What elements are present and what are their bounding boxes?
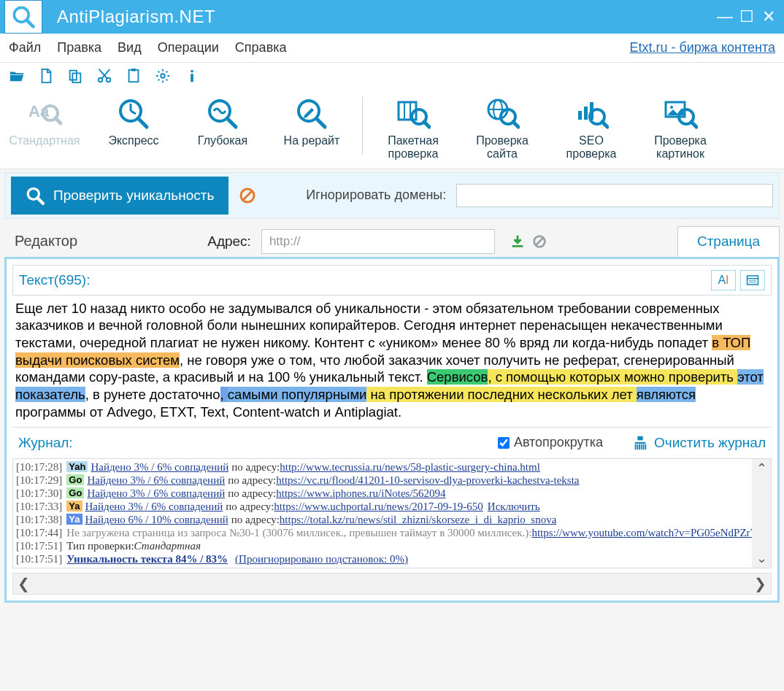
menu-edit[interactable]: Правка	[57, 40, 101, 55]
scroll-down-icon[interactable]: ⌄	[756, 549, 767, 568]
svg-line-11	[55, 118, 61, 123]
clear-journal-button[interactable]: Очистить журнал	[632, 435, 766, 451]
journal-header: Журнал: Автопрокрутка Очистить журнал	[12, 427, 772, 458]
find-link[interactable]: Найдено 3% / 6% совпадений	[87, 474, 225, 487]
text-view-icon[interactable]	[740, 270, 765, 290]
svg-line-14	[131, 111, 136, 114]
journal-row: [10:17:28]YahНайдено 3% / 6% совпадений …	[16, 461, 768, 474]
mode-images[interactable]: Проверка картинок	[636, 96, 725, 161]
mode-standard[interactable]: Aa Стандартная	[0, 96, 89, 147]
text-cursor-icon[interactable]: AI	[711, 270, 736, 290]
horizontal-scrollbar[interactable]: ❮ ❯	[12, 573, 772, 595]
mode-deep-label: Глубокая	[198, 134, 247, 147]
source-url[interactable]: https://www.youtube.com/watch?v=PG05eNdP…	[531, 527, 758, 539]
app-title: AntiPlagiarism.NET	[57, 7, 215, 27]
mode-images-sub: картинок	[656, 147, 704, 161]
journal-scrollbar[interactable]: ⌃ ⌄	[752, 459, 771, 568]
mode-seo[interactable]: SEO проверка	[547, 96, 636, 161]
copy-doc-icon[interactable]	[67, 68, 83, 84]
cut-icon[interactable]	[96, 68, 112, 84]
journal-row: [10:17:44] Не загружена страница из запр…	[16, 527, 768, 539]
menu-file[interactable]: Файл	[9, 40, 41, 55]
open-icon[interactable]	[9, 68, 25, 84]
etxt-link[interactable]: Etxt.ru - биржа контента	[629, 40, 775, 55]
autoscroll-toggle[interactable]: Автопрокрутка	[498, 435, 603, 450]
uniqueness-result[interactable]: Уникальность текста 84% / 83%	[66, 553, 228, 565]
source-url[interactable]: http://www.tecrussia.ru/news/58-plastic-…	[280, 461, 540, 474]
info-icon[interactable]	[184, 68, 200, 84]
mode-deep[interactable]: Глубокая	[178, 96, 267, 147]
find-link[interactable]: Найдено 3% / 6% совпадений	[87, 487, 225, 500]
find-link[interactable]: Найдено 6% / 10% совпадений	[85, 514, 228, 526]
mode-batch[interactable]: Пакетная проверка	[369, 96, 458, 161]
menu-operations[interactable]: Операции	[158, 40, 219, 55]
find-link[interactable]: Найдено 3% / 6% совпадений	[91, 461, 228, 474]
svg-line-40	[37, 198, 43, 204]
text-body[interactable]: Еще лет 10 назад никто особо не задумыва…	[12, 296, 772, 427]
svg-rect-46	[748, 276, 758, 285]
autoscroll-checkbox[interactable]	[498, 437, 510, 449]
mode-standard-label: Стандартная	[9, 134, 80, 147]
toolbar	[0, 63, 784, 89]
svg-line-34	[602, 122, 607, 127]
source-url[interactable]: https://total.kz/ru/news/stil_zhizni/sko…	[280, 514, 557, 526]
svg-line-24	[424, 122, 429, 127]
source-tag: Go	[66, 487, 84, 498]
svg-point-7	[191, 70, 193, 73]
address-label: Адрес:	[207, 233, 251, 250]
mode-site-label: Проверка	[476, 134, 529, 147]
svg-point-6	[161, 74, 165, 78]
text-count-label: Текст(695):	[19, 272, 90, 288]
scroll-up-icon[interactable]: ⌃	[756, 459, 767, 478]
mode-site-sub: сайта	[487, 147, 518, 161]
modes-bar: Aa Стандартная Экспресс Глубокая На рера…	[0, 89, 784, 169]
close-button[interactable]: ✕	[758, 7, 780, 26]
source-tag: Yah	[66, 461, 88, 472]
svg-line-15	[139, 119, 147, 127]
check-button-label: Проверить уникальность	[53, 188, 214, 204]
address-input[interactable]	[261, 229, 495, 254]
source-tag: Ya	[66, 514, 82, 525]
find-link[interactable]: Найдено 3% / 6% совпадений	[85, 501, 223, 513]
journal-row: [10:17:38]YaНайдено 6% / 10% совпадений …	[16, 514, 768, 526]
menu-help[interactable]: Справка	[235, 40, 287, 55]
source-tag: Go	[66, 474, 84, 485]
mode-express[interactable]: Экспресс	[89, 96, 178, 147]
menu-view[interactable]: Вид	[118, 40, 142, 55]
page-tab[interactable]: Страница	[677, 226, 780, 257]
settings-icon[interactable]	[155, 68, 171, 84]
svg-rect-8	[191, 74, 193, 82]
check-uniqueness-button[interactable]: Проверить уникальность	[11, 177, 228, 215]
source-url[interactable]: https://vc.ru/flood/41201-10-servisov-dl…	[276, 474, 579, 487]
maximize-button[interactable]: ☐	[736, 7, 758, 26]
svg-line-29	[513, 122, 518, 127]
svg-line-38	[691, 122, 696, 127]
mode-site[interactable]: Проверка сайта	[458, 96, 547, 161]
mode-rewrite-label: На рерайт	[284, 134, 340, 147]
forbid-small-icon[interactable]	[531, 233, 547, 250]
titlebar: AntiPlagiarism.NET — ☐ ✕	[0, 0, 784, 34]
mode-seo-sub: проверка	[566, 147, 617, 161]
svg-rect-30	[578, 111, 582, 120]
minimize-button[interactable]: —	[714, 7, 736, 26]
mode-rewrite[interactable]: На рерайт	[267, 96, 356, 147]
menubar: Файл Правка Вид Операции Справка Etxt.ru…	[0, 34, 784, 63]
scroll-left-icon[interactable]: ❮	[18, 575, 30, 592]
stop-icon[interactable]	[239, 187, 256, 204]
source-url[interactable]: https://www.iphones.ru/iNotes/562094	[276, 487, 445, 500]
new-doc-icon[interactable]	[38, 68, 54, 84]
source-url[interactable]: https://www.uchportal.ru/news/2017-09-19…	[274, 501, 483, 513]
ignore-domains-input[interactable]	[456, 184, 773, 207]
svg-rect-50	[637, 436, 642, 441]
text-header: Текст(695): AI	[12, 265, 772, 296]
paste-icon[interactable]	[126, 68, 142, 84]
mode-images-label: Проверка	[654, 134, 707, 147]
exclude-link[interactable]: Исключить	[488, 501, 540, 513]
download-icon[interactable]	[510, 233, 526, 250]
mode-seo-label: SEO	[579, 134, 604, 147]
scroll-right-icon[interactable]: ❯	[754, 575, 766, 592]
journal-body: ⌃ ⌄ [10:17:28]YahНайдено 3% / 6% совпаде…	[12, 458, 772, 568]
editor-header-row: Редактор Адрес: Страница	[4, 226, 780, 257]
svg-line-17	[228, 119, 236, 127]
app-icon	[4, 0, 42, 34]
